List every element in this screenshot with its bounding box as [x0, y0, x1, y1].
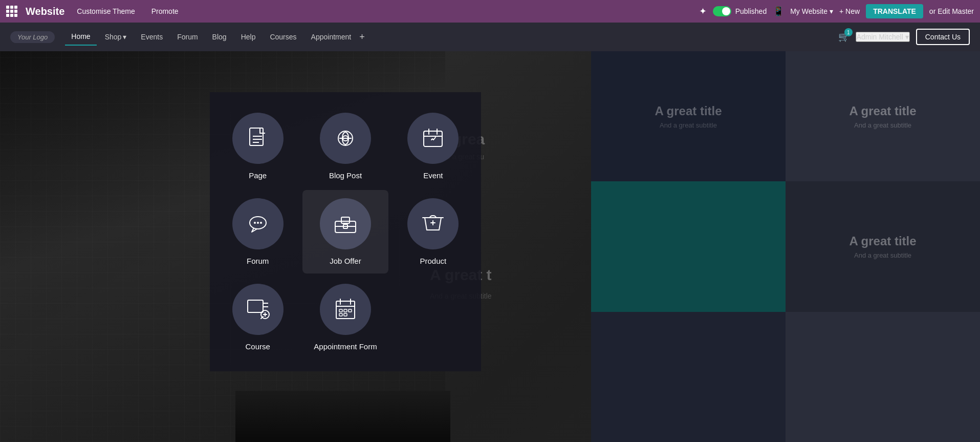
tile-4-title: A great title — [849, 234, 916, 248]
svg-point-11 — [254, 222, 256, 224]
job-offer-icon-circle — [320, 198, 371, 249]
chevron-down-icon: ▾ — [830, 7, 833, 15]
svg-rect-30 — [339, 309, 342, 312]
product-label: Product — [420, 257, 446, 265]
svg-rect-15 — [341, 217, 350, 223]
tile-3 — [591, 181, 786, 311]
nav-right: 🛒 1 Admin Mitchell ▾ Contact Us — [838, 29, 970, 45]
tile-1-title: A great title — [655, 104, 722, 118]
tile-2-subtitle: And a great subtitle — [854, 121, 911, 129]
translate-button[interactable]: TRANSLATE — [866, 4, 923, 18]
event-label: Event — [423, 171, 443, 180]
mobile-preview-icon[interactable]: 📱 — [773, 6, 784, 17]
cart-badge: 1 — [844, 28, 853, 36]
content-tiles: A great title And a great subtitle A gre… — [591, 51, 980, 442]
tile-6 — [786, 312, 980, 442]
blog-post-icon-circle — [320, 113, 371, 164]
nav-home[interactable]: Home — [65, 28, 96, 46]
svg-rect-31 — [344, 309, 347, 312]
star-icon[interactable]: ✦ — [699, 6, 707, 17]
forum-label: Forum — [247, 257, 269, 265]
page-label: Page — [249, 171, 267, 180]
menu-item-job-offer[interactable]: Job Offer — [302, 190, 388, 273]
course-icon-circle — [232, 284, 284, 335]
tile-2: A great title And a great subtitle — [786, 51, 980, 181]
main-content: A great title And a great subtitle A gre… — [0, 51, 980, 442]
svg-rect-34 — [344, 313, 347, 316]
top-bar-right: ✦ Published 📱 My Website ▾ + New TRANSLA… — [699, 4, 974, 18]
logo-text: Your Logo — [17, 33, 48, 41]
menu-item-forum[interactable]: Forum — [215, 190, 300, 273]
empty-cell — [390, 276, 476, 359]
grid-menu-icon[interactable] — [6, 6, 17, 17]
add-nav-item-button[interactable]: + — [359, 32, 365, 43]
menu-item-blog-post[interactable]: Blog Post — [302, 104, 388, 188]
job-offer-label: Job Offer — [330, 257, 361, 265]
edit-master-button[interactable]: or Edit Master — [929, 7, 974, 15]
svg-rect-20 — [248, 300, 263, 312]
blog-post-label: Blog Post — [329, 171, 362, 180]
course-label: Course — [245, 342, 270, 351]
svg-point-13 — [260, 222, 262, 224]
appointment-form-icon-circle — [320, 284, 371, 335]
nav-shop[interactable]: Shop ▾ — [99, 29, 133, 45]
product-icon-circle — [407, 198, 459, 249]
tile-4: A great title And a great subtitle — [786, 181, 980, 311]
published-toggle[interactable] — [713, 6, 731, 16]
page-icon-circle — [232, 113, 284, 164]
app-title: Website — [26, 6, 64, 17]
nav-courses[interactable]: Courses — [264, 29, 302, 45]
svg-rect-33 — [339, 313, 342, 316]
tile-2-title: A great title — [849, 104, 916, 118]
top-bar-left: Website Customise Theme Promote — [6, 5, 183, 17]
new-button[interactable]: + New — [839, 7, 860, 15]
event-icon-circle — [407, 113, 459, 164]
nav-bar: Your Logo Home Shop ▾ Events Forum Blog … — [0, 23, 980, 51]
contact-us-button[interactable]: Contact Us — [916, 29, 970, 45]
nav-forum[interactable]: Forum — [171, 29, 204, 45]
bottom-image-strip — [235, 391, 450, 442]
cart-button[interactable]: 🛒 1 — [838, 31, 850, 43]
appointment-form-label: Appointment Form — [314, 342, 377, 351]
tile-1-subtitle: And a great subtitle — [660, 121, 717, 129]
nav-blog[interactable]: Blog — [206, 29, 233, 45]
promote-button[interactable]: Promote — [147, 5, 183, 17]
menu-item-course[interactable]: Course — [215, 276, 300, 359]
published-label: Published — [735, 7, 767, 15]
chevron-down-icon: ▾ — [905, 33, 909, 41]
menu-item-event[interactable]: Event — [390, 104, 476, 188]
menu-item-appointment-form[interactable]: Appointment Form — [302, 276, 388, 359]
menu-item-product[interactable]: Product — [390, 190, 476, 273]
admin-menu-button[interactable]: Admin Mitchell ▾ — [856, 32, 910, 42]
forum-icon-circle — [232, 198, 284, 249]
tile-1: A great title And a great subtitle — [591, 51, 786, 181]
new-content-menu: Page Blog Post — [210, 92, 481, 371]
nav-appointment[interactable]: Appointment — [305, 29, 358, 45]
my-website-button[interactable]: My Website ▾ — [790, 7, 833, 15]
logo[interactable]: Your Logo — [10, 31, 55, 43]
tile-5 — [591, 312, 786, 442]
svg-point-12 — [257, 222, 259, 224]
svg-rect-32 — [349, 309, 352, 312]
nav-links: Home Shop ▾ Events Forum Blog Help Cours… — [65, 28, 364, 46]
tile-4-subtitle: And a great subtitle — [854, 251, 911, 259]
top-bar: Website Customise Theme Promote ✦ Publis… — [0, 0, 980, 23]
nav-help[interactable]: Help — [235, 29, 262, 45]
published-area: Published — [713, 6, 767, 16]
chevron-down-icon: ▾ — [123, 33, 126, 41]
nav-events[interactable]: Events — [135, 29, 169, 45]
customise-theme-button[interactable]: Customise Theme — [73, 5, 139, 17]
menu-item-page[interactable]: Page — [215, 104, 300, 188]
